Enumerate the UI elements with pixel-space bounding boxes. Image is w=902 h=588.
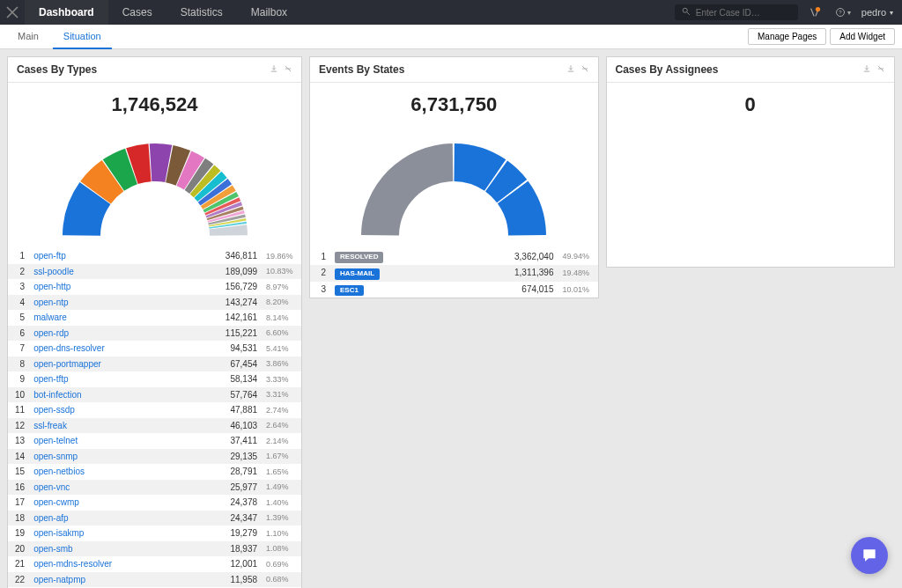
row-index: 19 [8, 526, 26, 541]
app-logo[interactable] [0, 0, 25, 25]
type-count: 189,099 [211, 264, 264, 280]
chat-fab[interactable] [851, 537, 888, 574]
state-tag[interactable]: RESOLVED [328, 248, 507, 265]
state-count: 674,015 [507, 282, 561, 298]
type-link[interactable]: open-ntp [26, 295, 211, 311]
type-count: 19,279 [211, 526, 264, 541]
type-link[interactable]: open-dns-resolver [26, 341, 211, 356]
type-count: 346,811 [211, 248, 264, 264]
type-link[interactable]: bot-infection [26, 387, 211, 403]
nav-statistics[interactable]: Statistics [166, 0, 237, 25]
type-link[interactable]: open-ssdp [26, 402, 211, 418]
type-pct: 3.31% [264, 387, 301, 403]
table-row: 2HAS-MAIL1,311,39619.48% [310, 265, 597, 282]
type-pct: 1.10% [264, 526, 301, 541]
table-row: 3ESC1674,01510.01% [310, 282, 597, 298]
help-icon[interactable]: ? ▾ [832, 7, 854, 18]
type-pct: 3.33% [264, 371, 301, 387]
type-link[interactable]: open-ftp [26, 248, 211, 264]
table-row: 15open-netbios28,7911.65% [8, 464, 301, 480]
nav-mailbox[interactable]: Mailbox [237, 0, 301, 25]
tab-main[interactable]: Main [7, 25, 49, 49]
type-pct: 19.86% [264, 248, 301, 264]
settings-icon[interactable] [876, 63, 885, 76]
type-link[interactable]: ssl-poodle [26, 264, 211, 280]
type-link[interactable]: open-telnet [26, 433, 211, 449]
row-index: 7 [8, 341, 26, 356]
download-icon[interactable] [566, 63, 575, 76]
table-row: 6open-rdp115,2216.60% [8, 326, 301, 342]
row-index: 21 [8, 556, 26, 572]
download-icon[interactable] [862, 63, 871, 76]
download-icon[interactable] [270, 63, 278, 76]
settings-icon[interactable] [580, 63, 589, 76]
widget-events-by-states: Events By States 6,731,750 1RESOLVED3,36… [309, 56, 598, 298]
type-link[interactable]: open-mdns-resolver [26, 556, 211, 572]
type-link[interactable]: open-http [26, 279, 211, 295]
table-row: 11open-ssdp47,8812.74% [8, 402, 301, 418]
svg-point-4 [816, 7, 820, 11]
widget-cases-by-types: Cases By Types 1,746,524 1open-ftp346,81… [7, 56, 302, 588]
type-link[interactable]: open-portmapper [26, 356, 211, 372]
table-row: 10bot-infection57,7643.31% [8, 387, 301, 403]
table-row: 21open-mdns-resolver12,0010.69% [8, 556, 301, 572]
table-row: 18open-afp24,3471.39% [8, 511, 301, 526]
type-link[interactable]: open-rdp [26, 326, 211, 342]
manage-pages-button[interactable]: Manage Pages [748, 28, 826, 45]
table-row: 13open-telnet37,4112.14% [8, 433, 301, 449]
row-index: 2 [8, 264, 26, 280]
subbar: MainSituation Manage Pages Add Widget [0, 25, 902, 49]
cases-types-list: 1open-ftp346,81119.86%2ssl-poodle189,099… [8, 248, 301, 588]
type-count: 29,135 [211, 449, 264, 465]
dashboard-grid: Cases By Types 1,746,524 1open-ftp346,81… [0, 49, 902, 588]
case-search[interactable] [675, 4, 798, 20]
type-link[interactable]: open-afp [26, 511, 211, 526]
row-index: 22 [8, 572, 26, 588]
events-states-list: 1RESOLVED3,362,04049.94%2HAS-MAIL1,311,3… [310, 248, 597, 298]
state-tag[interactable]: HAS-MAIL [328, 265, 507, 282]
type-link[interactable]: open-isakmp [26, 526, 211, 541]
cases-chart [8, 120, 301, 248]
type-pct: 0.69% [264, 556, 301, 572]
type-link[interactable]: open-snmp [26, 449, 211, 465]
type-count: 143,274 [211, 295, 264, 311]
state-pct: 49.94% [561, 248, 598, 265]
type-link[interactable]: open-vnc [26, 480, 211, 496]
state-tag[interactable]: ESC1 [328, 282, 507, 298]
table-row: 12ssl-freak46,1032.64% [8, 418, 301, 434]
type-link[interactable]: open-cwmp [26, 495, 211, 511]
type-link[interactable]: open-natpmp [26, 572, 211, 588]
row-index: 3 [310, 282, 328, 298]
nav-dashboard[interactable]: Dashboard [25, 0, 108, 25]
type-pct: 1.39% [264, 511, 301, 526]
row-index: 3 [8, 279, 26, 295]
type-pct: 10.83% [264, 264, 301, 280]
table-row: 16open-vnc25,9771.49% [8, 480, 301, 496]
type-count: 18,937 [211, 541, 264, 557]
type-count: 25,977 [211, 480, 264, 496]
state-pct: 10.01% [561, 282, 598, 298]
tab-situation[interactable]: Situation [53, 25, 112, 49]
type-link[interactable]: malware [26, 310, 211, 326]
events-total: 6,731,750 [310, 83, 597, 120]
table-row: 3open-http156,7298.97% [8, 279, 301, 295]
nav-cases[interactable]: Cases [108, 0, 166, 25]
svg-line-2 [810, 9, 814, 17]
type-link[interactable]: ssl-freak [26, 418, 211, 434]
user-menu[interactable]: pedro▾ [861, 7, 893, 18]
topbar: DashboardCasesStatisticsMailbox ? ▾ pedr… [0, 0, 902, 25]
type-pct: 2.14% [264, 433, 301, 449]
add-widget-button[interactable]: Add Widget [830, 28, 895, 45]
type-link[interactable]: open-netbios [26, 464, 211, 480]
settings-icon[interactable] [284, 63, 292, 76]
row-index: 14 [8, 449, 26, 465]
svg-line-1 [686, 12, 689, 15]
table-row: 20open-smb18,9371.08% [8, 541, 301, 557]
case-search-input[interactable] [696, 8, 784, 18]
table-row: 9open-tftp58,1343.33% [8, 371, 301, 387]
alerts-icon[interactable] [805, 6, 824, 18]
widget-title: Cases By Types [17, 63, 97, 76]
widget-title: Events By States [319, 63, 404, 76]
type-link[interactable]: open-smb [26, 541, 211, 557]
type-link[interactable]: open-tftp [26, 371, 211, 387]
